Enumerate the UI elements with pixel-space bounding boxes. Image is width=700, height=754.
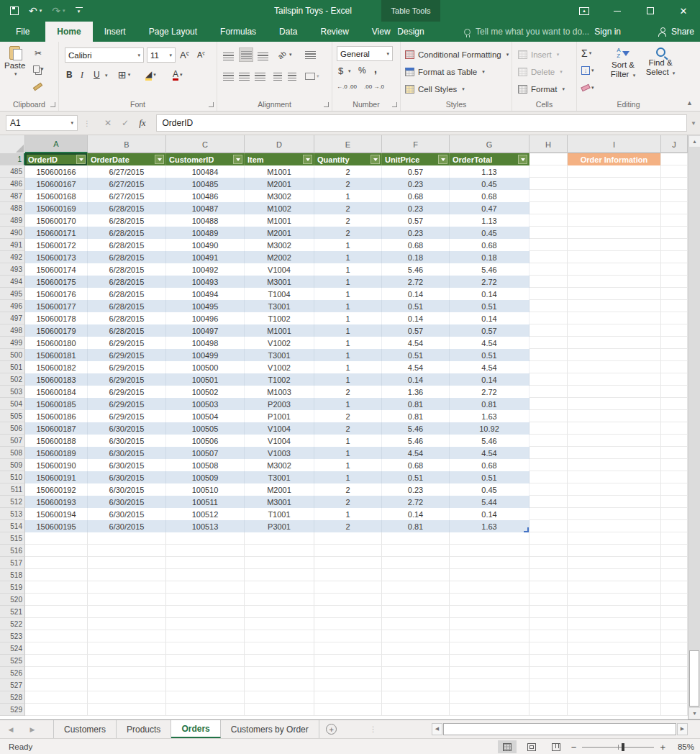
cell[interactable]: 0.14 (450, 288, 529, 300)
column-header-c[interactable]: C (166, 135, 245, 153)
cell[interactable] (568, 214, 661, 227)
cell[interactable] (568, 324, 661, 337)
cell[interactable] (661, 202, 688, 214)
delete-cells-button[interactable]: Delete▾ (518, 65, 563, 79)
cell[interactable]: 1 (314, 312, 382, 324)
cell[interactable] (568, 373, 661, 386)
cell[interactable] (661, 422, 688, 435)
cell[interactable] (568, 569, 661, 581)
cell[interactable] (529, 349, 568, 361)
cell[interactable] (568, 312, 661, 324)
cell[interactable] (661, 594, 688, 606)
cell[interactable]: 150600191 (25, 471, 88, 483)
cell[interactable]: 6/29/2015 (88, 398, 166, 410)
cell[interactable]: 100496 (166, 312, 245, 324)
cell[interactable]: P1001 (245, 410, 314, 422)
cell[interactable] (529, 288, 568, 300)
wrap-text-button[interactable] (305, 47, 316, 62)
cell[interactable]: 100489 (166, 227, 245, 239)
cell[interactable]: 6/28/2015 (88, 324, 166, 337)
format-as-table-button[interactable]: Format as Table▾ (405, 65, 485, 79)
cell[interactable]: 0.47 (450, 202, 529, 214)
column-header-h[interactable]: H (529, 135, 568, 153)
cell[interactable]: 0.57 (450, 324, 529, 337)
cell[interactable]: 2 (314, 496, 382, 508)
cell[interactable]: 0.14 (450, 373, 529, 386)
tab-review[interactable]: Review (309, 22, 360, 42)
cell[interactable] (450, 691, 529, 704)
cell[interactable]: 100486 (166, 190, 245, 202)
cell[interactable] (568, 178, 661, 190)
cell[interactable]: 1.36 (382, 386, 450, 398)
sign-in-button[interactable]: Sign in (594, 22, 621, 42)
decrease-decimal-button[interactable]: .00 →.0 (364, 79, 384, 94)
row-header[interactable]: 508 (0, 447, 25, 459)
cell[interactable]: 6/28/2015 (88, 239, 166, 251)
cell[interactable] (245, 630, 314, 642)
cell[interactable] (314, 545, 382, 557)
column-header-b[interactable]: B (88, 135, 166, 153)
cell[interactable] (661, 655, 688, 667)
cell[interactable]: 100484 (166, 165, 245, 178)
cell[interactable]: 4.54 (450, 447, 529, 459)
column-header-j[interactable]: J (661, 135, 688, 153)
cell[interactable] (568, 655, 661, 667)
format-cells-button[interactable]: Format▾ (518, 82, 565, 96)
close-button[interactable]: ✕ (667, 0, 700, 22)
cell[interactable] (568, 422, 661, 435)
number-format-dropdown-arrow[interactable]: ▾ (386, 51, 389, 57)
cell[interactable] (88, 704, 166, 716)
cell[interactable] (529, 557, 568, 569)
format-as-table-dropdown-arrow[interactable]: ▾ (482, 69, 485, 75)
cell[interactable]: 6/29/2015 (88, 386, 166, 398)
cell[interactable] (661, 581, 688, 594)
row-header[interactable]: 501 (0, 361, 25, 373)
cell[interactable] (25, 545, 88, 557)
cell[interactable]: 4.54 (382, 447, 450, 459)
cell[interactable] (166, 581, 245, 594)
increase-indent-button[interactable] (288, 69, 296, 83)
cell[interactable]: 1 (314, 288, 382, 300)
cell[interactable]: 100491 (166, 251, 245, 263)
cell[interactable]: M1003 (245, 386, 314, 398)
cell[interactable]: 150600189 (25, 447, 88, 459)
cell[interactable] (245, 581, 314, 594)
cell[interactable]: 0.68 (382, 459, 450, 471)
cell[interactable] (314, 679, 382, 691)
cell[interactable] (314, 630, 382, 642)
cell[interactable] (568, 679, 661, 691)
cell[interactable]: 150600185 (25, 398, 88, 410)
cell[interactable] (568, 704, 661, 716)
cell[interactable] (314, 655, 382, 667)
cell[interactable]: T1001 (245, 508, 314, 520)
cell[interactable]: 150600183 (25, 373, 88, 386)
cell[interactable] (529, 532, 568, 545)
cell[interactable] (529, 190, 568, 202)
filter-dropdown-customerid[interactable] (233, 155, 242, 164)
cell[interactable] (568, 483, 661, 496)
cell[interactable] (382, 642, 450, 655)
cell[interactable] (314, 606, 382, 618)
cell[interactable] (661, 251, 688, 263)
cell[interactable] (450, 618, 529, 630)
comma-style-button[interactable]: , (374, 62, 377, 76)
cell[interactable]: 150600172 (25, 239, 88, 251)
cell[interactable] (568, 606, 661, 618)
cell[interactable] (382, 569, 450, 581)
cell[interactable] (245, 569, 314, 581)
row-header[interactable]: 502 (0, 373, 25, 386)
cell[interactable]: 6/29/2015 (88, 337, 166, 349)
cell[interactable] (25, 594, 88, 606)
cell[interactable]: 0.51 (382, 471, 450, 483)
cell[interactable]: 2 (314, 386, 382, 398)
orientation-button[interactable]: ab (274, 47, 289, 63)
cell[interactable] (529, 569, 568, 581)
cell[interactable] (529, 165, 568, 178)
autosum-button[interactable]: Σ▾ (581, 46, 591, 60)
cell[interactable] (568, 227, 661, 239)
cell[interactable]: 0.23 (382, 227, 450, 239)
cell[interactable]: 150600173 (25, 251, 88, 263)
cell[interactable]: 1 (314, 300, 382, 312)
cell[interactable]: 1 (314, 508, 382, 520)
cell[interactable]: 150600182 (25, 361, 88, 373)
